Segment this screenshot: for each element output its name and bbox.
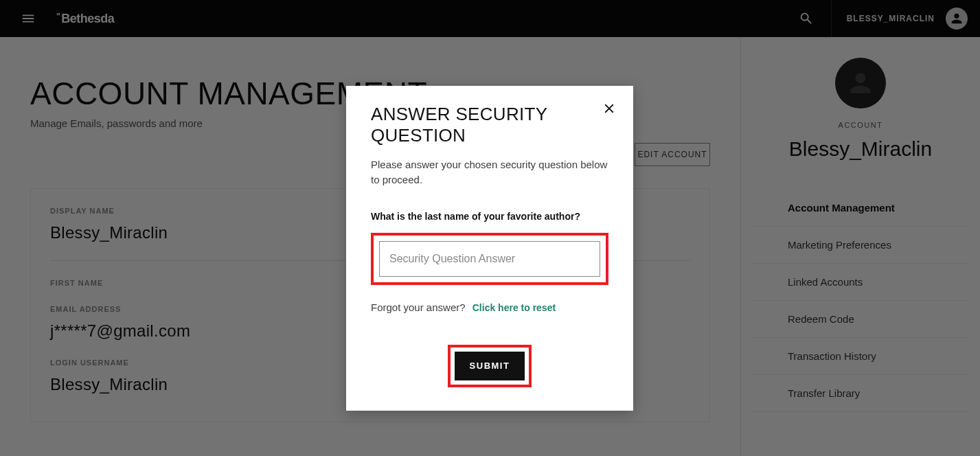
security-question-modal: ANSWER SECURITY QUESTION Please answer y… xyxy=(346,86,633,411)
submit-button[interactable]: SUBMIT xyxy=(455,352,525,380)
modal-subtitle: Please answer your chosen security quest… xyxy=(371,157,608,187)
security-answer-input[interactable] xyxy=(379,241,600,277)
submit-button-highlight: SUBMIT xyxy=(448,345,532,387)
modal-title: ANSWER SECURITY QUESTION xyxy=(371,104,608,146)
modal-question: What is the last name of your favorite a… xyxy=(371,211,608,222)
forgot-answer-link[interactable]: Click here to reset xyxy=(472,302,556,313)
close-icon[interactable] xyxy=(602,101,617,119)
forgot-answer-line: Forgot your answer? Click here to reset xyxy=(371,301,608,313)
answer-input-highlight xyxy=(371,233,608,285)
forgot-answer-text: Forgot your answer? xyxy=(371,301,466,313)
